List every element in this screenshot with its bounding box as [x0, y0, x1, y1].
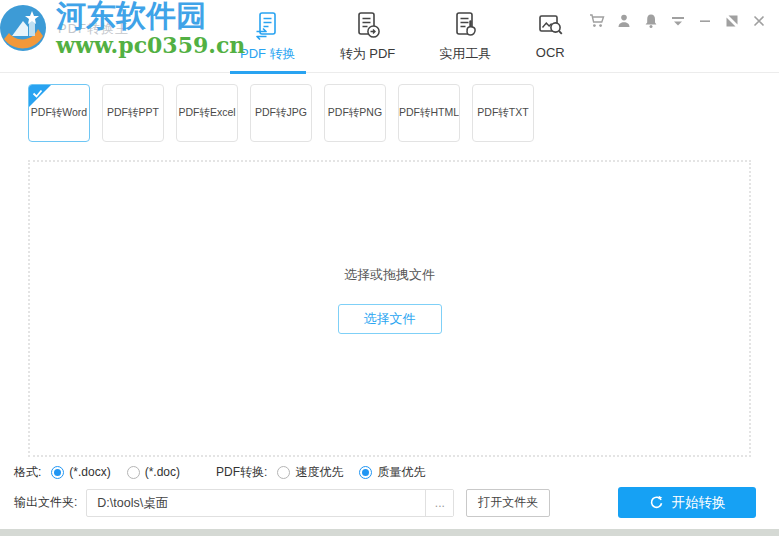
card-pdf-to-excel[interactable]: PDF转Excel [176, 84, 238, 142]
minimize-icon[interactable] [696, 12, 713, 29]
convert-radio-group: 速度优先质量优先 [277, 464, 425, 481]
output-folder-label: 输出文件夹: [14, 494, 77, 511]
maximize-icon[interactable] [723, 12, 740, 29]
card-pdf-to-png[interactable]: PDF转PNG [324, 84, 386, 142]
dropzone-hint: 选择或拖拽文件 [344, 266, 435, 284]
format-radio-group: (*.docx)(*.doc) [51, 465, 180, 479]
app-window: PDF转换王 河东软件园 www.pc0359.cn PDF 转换转为 PDF实… [0, 0, 779, 536]
output-path-field[interactable]: D:\tools\桌面 [87, 490, 425, 516]
desktop-edge [0, 529, 779, 536]
radio-quality-priority[interactable]: 质量优先 [359, 464, 425, 481]
tab-to-pdf[interactable]: 转为 PDF [338, 10, 398, 63]
card-label: PDF转JPG [255, 106, 307, 120]
radio-label: (*.docx) [69, 465, 110, 479]
ocr-icon [535, 10, 565, 40]
card-label: PDF转PNG [328, 106, 382, 120]
tab-label: 实用工具 [439, 45, 491, 63]
card-label: PDF转Excel [178, 106, 235, 120]
card-pdf-to-ppt[interactable]: PDF转PPT [102, 84, 164, 142]
file-dropzone[interactable]: 选择或拖拽文件 选择文件 [28, 160, 751, 457]
browse-button[interactable]: ... [425, 490, 453, 516]
close-icon[interactable] [750, 12, 767, 29]
open-folder-button[interactable]: 打开文件夹 [466, 489, 550, 517]
format-label: 格式: [14, 464, 41, 481]
output-path-box: D:\tools\桌面 ... [86, 489, 454, 517]
card-pdf-to-word[interactable]: PDF转Word [28, 84, 90, 142]
output-row: 输出文件夹: D:\tools\桌面 ... 打开文件夹 开始转换 [14, 487, 756, 518]
radio-docx[interactable]: (*.docx) [51, 465, 110, 479]
start-convert-label: 开始转换 [672, 494, 726, 512]
card-pdf-to-jpg[interactable]: PDF转JPG [250, 84, 312, 142]
radio-speed-priority[interactable]: 速度优先 [277, 464, 343, 481]
tab-utilities[interactable]: 实用工具 [437, 10, 493, 63]
radio-dot [277, 466, 290, 479]
radio-label: 质量优先 [377, 464, 425, 481]
radio-dot [359, 466, 372, 479]
tab-label: 转为 PDF [340, 45, 396, 63]
choose-file-button[interactable]: 选择文件 [338, 304, 442, 334]
menu-icon[interactable] [669, 12, 686, 29]
radio-label: 速度优先 [295, 464, 343, 481]
to-pdf-icon [352, 10, 382, 40]
app-title: PDF转换王 [58, 20, 129, 38]
card-label: PDF转TXT [477, 106, 528, 120]
pdf-convert-icon [253, 10, 283, 40]
tab-ocr[interactable]: OCR [533, 10, 567, 63]
card-pdf-to-txt[interactable]: PDF转TXT [472, 84, 534, 142]
bell-icon[interactable] [642, 12, 659, 29]
user-icon[interactable] [615, 12, 632, 29]
tab-pdf-convert[interactable]: PDF 转换 [238, 10, 298, 63]
utility-tools-icon [450, 10, 480, 40]
radio-dot [51, 466, 64, 479]
cart-icon[interactable] [588, 12, 605, 29]
titlebar: PDF转换王 河东软件园 www.pc0359.cn PDF 转换转为 PDF实… [0, 0, 779, 73]
tab-label: PDF 转换 [240, 45, 296, 63]
conversion-type-cards: PDF转WordPDF转PPTPDF转ExcelPDF转JPGPDF转PNGPD… [28, 84, 534, 142]
start-convert-button[interactable]: 开始转换 [618, 487, 756, 518]
radio-doc[interactable]: (*.doc) [127, 465, 180, 479]
main-tabs: PDF 转换转为 PDF实用工具OCR [238, 10, 567, 63]
refresh-icon [649, 495, 664, 510]
card-label: PDF转HTML [399, 106, 459, 120]
tab-label: OCR [536, 45, 565, 60]
window-controls [588, 12, 767, 29]
card-pdf-to-html[interactable]: PDF转HTML [398, 84, 460, 142]
convert-mode-label: PDF转换: [216, 464, 267, 481]
app-logo [0, 3, 48, 53]
card-label: PDF转Word [31, 106, 87, 120]
radio-label: (*.doc) [145, 465, 180, 479]
card-label: PDF转PPT [107, 106, 159, 120]
radio-dot [127, 466, 140, 479]
options-row: 格式: (*.docx)(*.doc) PDF转换: 速度优先质量优先 [14, 463, 461, 481]
